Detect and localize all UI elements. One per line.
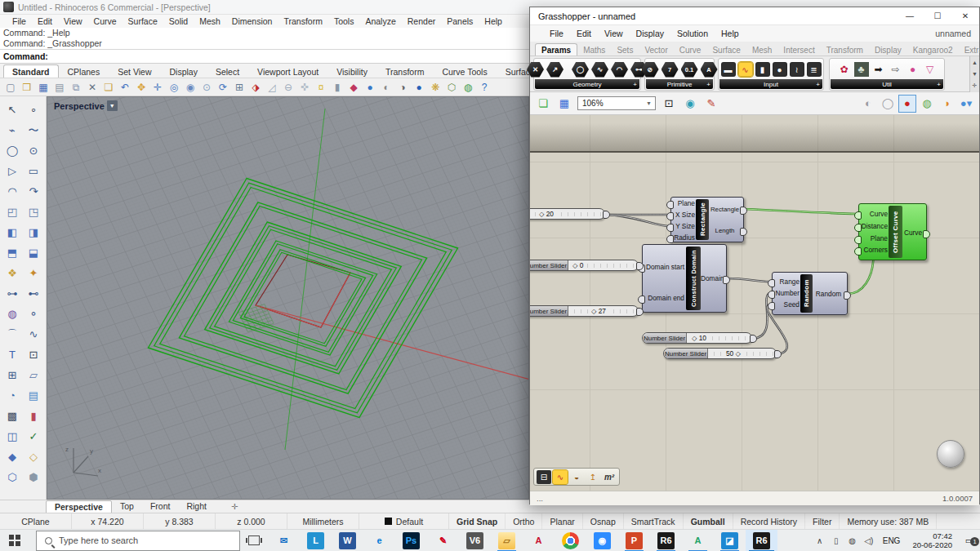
rhino-toolbar-tab[interactable]: Visibility bbox=[327, 64, 376, 78]
shade-icon[interactable]: ◐ bbox=[378, 79, 394, 95]
grasshopper-tab[interactable]: Kangaroo2 bbox=[907, 44, 959, 56]
autodesk-icon[interactable]: A bbox=[682, 530, 714, 551]
language-indicator[interactable]: ENG bbox=[877, 536, 906, 545]
relay-icon[interactable]: ➡ bbox=[871, 62, 886, 77]
output-port[interactable]: Length bbox=[709, 226, 741, 235]
powerpoint-icon[interactable]: P bbox=[618, 530, 650, 551]
rhino-menu-item[interactable]: View bbox=[58, 16, 88, 26]
rhino-toolbar-tab[interactable]: CPlanes bbox=[59, 64, 109, 78]
statusbar-toggle[interactable]: Grid Snap bbox=[449, 513, 506, 529]
raytrace-icon[interactable]: ● bbox=[411, 79, 427, 95]
gem2-icon[interactable]: ◆ bbox=[2, 447, 23, 467]
slider-value[interactable]: 50 ◇ bbox=[724, 349, 742, 358]
hex2-icon[interactable]: ⬢ bbox=[23, 467, 44, 487]
geometry-param-icon[interactable]: ✕ bbox=[527, 62, 544, 78]
input-port[interactable]: Distance bbox=[861, 222, 888, 231]
graph-gadget-icon[interactable]: ∿ bbox=[553, 470, 568, 484]
zoom-select[interactable]: 106%▼ bbox=[577, 96, 656, 110]
jump-icon[interactable]: ⇨ bbox=[889, 62, 903, 77]
rhino-menu-item[interactable]: Analyze bbox=[359, 16, 401, 26]
array-icon[interactable]: ⊞ bbox=[2, 365, 23, 385]
book-gadget-icon[interactable]: ↥ bbox=[586, 470, 600, 484]
cylinder-icon[interactable]: ⬒ bbox=[2, 242, 23, 263]
orange-preview-icon[interactable]: ◑ bbox=[938, 96, 955, 112]
rhino-app-icon[interactable]: R6 bbox=[650, 530, 682, 551]
save-icon[interactable]: ▦ bbox=[35, 79, 51, 95]
viewport-tab[interactable]: Top bbox=[112, 500, 142, 513]
helix-icon[interactable]: ↷ bbox=[23, 181, 44, 202]
rhino-toolbar-tab[interactable]: Select bbox=[207, 64, 248, 78]
group-expand-icon[interactable]: + bbox=[706, 81, 710, 88]
rhino-toolbar-tab[interactable]: Viewport Layout bbox=[248, 64, 327, 78]
rhino-menu-item[interactable]: Help bbox=[479, 16, 508, 26]
viewport-dropdown-icon[interactable]: ▼ bbox=[107, 100, 118, 111]
perspective-viewport[interactable]: Perspective ▼ z y x bbox=[47, 96, 529, 500]
battery-icon[interactable]: ▯ bbox=[828, 536, 844, 545]
explode-icon[interactable]: ✦ bbox=[23, 263, 44, 283]
ribbon-scroll-strip[interactable]: ▲▼✛ bbox=[969, 56, 979, 92]
check-icon[interactable]: ✓ bbox=[23, 426, 44, 447]
rotate-view-icon[interactable]: ⟳ bbox=[215, 79, 231, 95]
options-icon[interactable]: ❋ bbox=[427, 79, 443, 95]
grasshopper-tab[interactable]: Vector bbox=[639, 44, 673, 56]
surface-icon[interactable]: ◰ bbox=[2, 202, 23, 222]
viewport-tab[interactable]: Right bbox=[178, 500, 215, 513]
panel-icon[interactable]: ▮ bbox=[755, 62, 770, 77]
component-label[interactable]: Offset Curve bbox=[889, 206, 902, 258]
component-label[interactable]: Construct Domain bbox=[686, 247, 701, 310]
move-icon[interactable]: ✛ bbox=[149, 79, 166, 95]
statusbar-toggle[interactable]: Planar bbox=[542, 513, 582, 529]
help-icon[interactable]: ? bbox=[476, 79, 492, 95]
rhino-menu-item[interactable]: Dimension bbox=[226, 16, 278, 26]
input-port[interactable]: Corners bbox=[861, 246, 888, 255]
number-slider-0[interactable]: Number Slider ◇ 0 bbox=[530, 260, 639, 271]
slider-value[interactable]: ◇ 0 bbox=[571, 261, 585, 269]
select-arrow-icon[interactable]: ↖ bbox=[2, 100, 23, 120]
shaded-preview-icon[interactable]: ● bbox=[899, 96, 915, 112]
grasshopper-titlebar[interactable]: Grasshopper - unnamed — ☐ ✕ bbox=[530, 7, 979, 25]
rectangle-icon[interactable]: ▭ bbox=[23, 161, 44, 181]
sphere-icon[interactable]: ◨ bbox=[23, 222, 44, 242]
blend-icon[interactable]: ∿ bbox=[23, 324, 44, 344]
copy-icon[interactable]: ⧉ bbox=[68, 79, 84, 95]
grasshopper-menu-item[interactable]: File bbox=[543, 29, 570, 38]
volume-icon[interactable]: ◁) bbox=[861, 536, 877, 545]
grasshopper-canvas[interactable]: PlaneX SizeY SizeRadius Rectangle Rectan… bbox=[530, 115, 979, 491]
explorer-icon[interactable]: ▱ bbox=[491, 530, 523, 551]
open-document-icon[interactable]: ❏ bbox=[535, 96, 551, 112]
curve-icon[interactable]: 〜 bbox=[23, 120, 44, 140]
component-random[interactable]: RangeNumberSeed Random Random bbox=[772, 272, 848, 315]
arc-icon[interactable]: ◠ bbox=[2, 181, 23, 202]
task-view-button[interactable] bbox=[240, 530, 268, 551]
split-icon[interactable]: ⊷ bbox=[23, 283, 44, 304]
rhino-menu-item[interactable]: Edit bbox=[32, 16, 58, 26]
close-button[interactable]: ✕ bbox=[951, 7, 979, 25]
boolean-param-icon[interactable]: ⊘ bbox=[642, 62, 659, 78]
number-slider-20[interactable]: ◇ 20 bbox=[530, 208, 605, 220]
output-port[interactable]: Random bbox=[813, 290, 844, 299]
gem-icon[interactable]: ◆ bbox=[345, 79, 362, 95]
green-preview-icon[interactable]: ◍ bbox=[919, 96, 935, 112]
boolean-icon[interactable]: ❖ bbox=[2, 263, 23, 283]
output-port[interactable]: Rectangle bbox=[709, 205, 741, 214]
viewport-canvas[interactable] bbox=[47, 97, 529, 500]
number-slider-50[interactable]: Number Slider 50 ◇ bbox=[663, 348, 777, 359]
number-slider-icon[interactable]: ▬ bbox=[721, 62, 736, 77]
slider-value[interactable]: ◇ 20 bbox=[537, 210, 555, 218]
tree-icon[interactable]: ♣ bbox=[854, 62, 869, 77]
render-sphere-icon[interactable]: ● bbox=[362, 79, 378, 95]
viewport-tab[interactable]: Perspective bbox=[46, 500, 112, 513]
rhino-toolbar-tab[interactable]: Curve Tools bbox=[433, 64, 496, 78]
input-port[interactable]: Domain end bbox=[644, 294, 684, 303]
polygon-icon[interactable]: ▷ bbox=[2, 161, 23, 181]
surface-param-icon[interactable]: ◠ bbox=[611, 62, 628, 78]
rhino-menu-item[interactable]: Transform bbox=[278, 16, 327, 26]
pan-icon[interactable]: ✥ bbox=[133, 79, 149, 95]
zoom-extents-icon[interactable]: ⊡ bbox=[661, 96, 677, 112]
start-button[interactable] bbox=[0, 530, 36, 551]
fillet-icon[interactable]: ⌒ bbox=[2, 324, 23, 344]
rhino-toolbar-tab[interactable]: Transform bbox=[376, 64, 433, 78]
mail-icon[interactable]: ✉ bbox=[268, 530, 300, 551]
output-port[interactable]: Curve bbox=[902, 229, 924, 238]
action-center-button[interactable]: ▭1 bbox=[959, 535, 980, 546]
